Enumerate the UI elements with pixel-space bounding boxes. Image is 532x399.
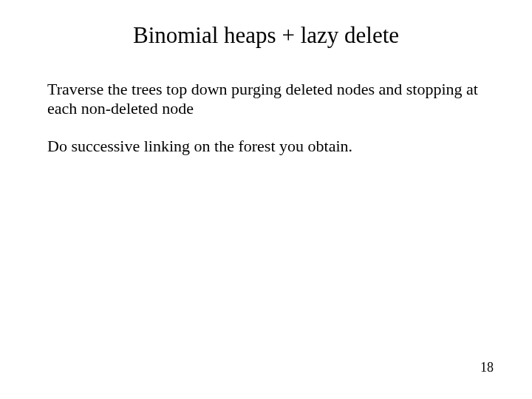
page-title: Binomial heaps + lazy delete — [0, 0, 532, 49]
page-number: 18 — [480, 360, 494, 375]
paragraph-2: Do successive linking on the forest you … — [47, 137, 485, 156]
paragraph-1: Traverse the trees top down purging dele… — [47, 80, 485, 119]
body-content: Traverse the trees top down purging dele… — [0, 49, 532, 156]
